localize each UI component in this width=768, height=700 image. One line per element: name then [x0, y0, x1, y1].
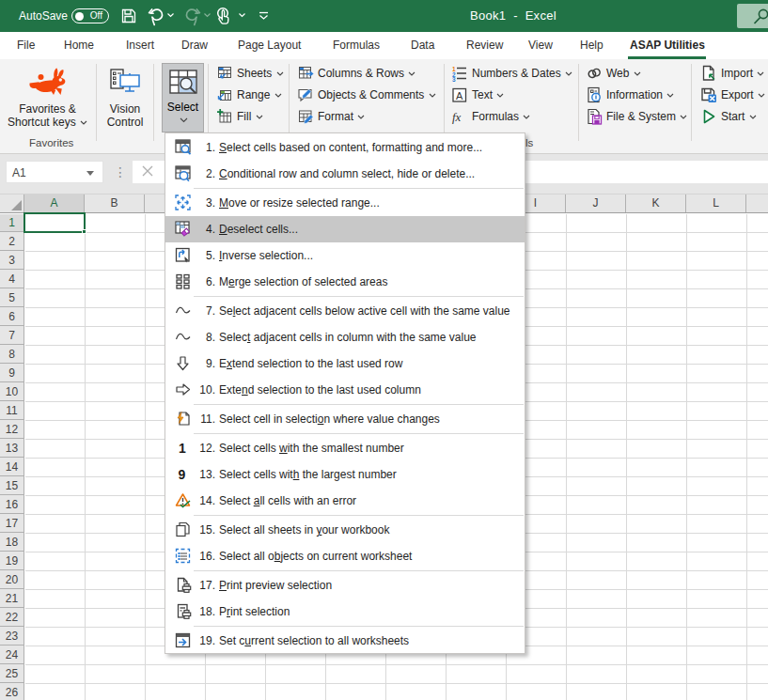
svg-text:A: A [456, 90, 463, 101]
svg-text:fx: fx [452, 110, 462, 124]
svg-text:3: 3 [452, 76, 456, 82]
